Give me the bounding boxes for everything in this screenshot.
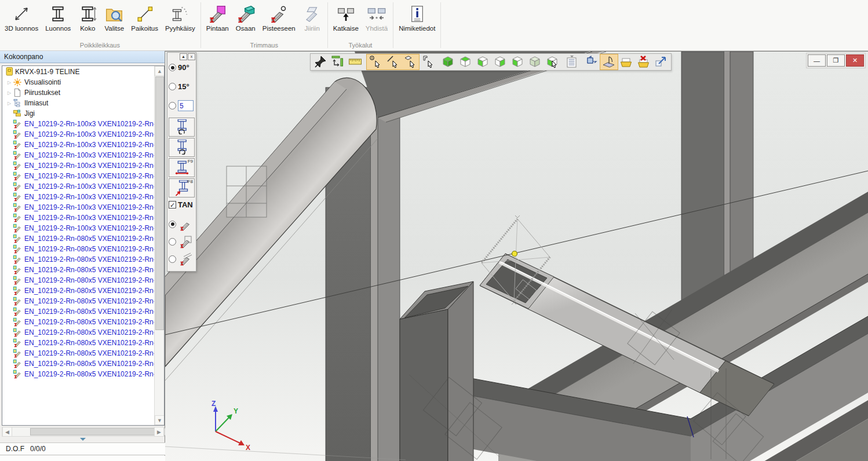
scroll-up-button[interactable]: ▲ xyxy=(155,66,165,76)
tree-part-item[interactable]: EN_10219-2-Rn-080x5 VXEN10219-2-Rn-0 xyxy=(2,358,154,369)
tree-node-jigi[interactable]: Jigi xyxy=(2,108,154,119)
tree-vertical-scrollbar[interactable]: ▲ ▼ xyxy=(154,66,164,425)
tangent-checkbox[interactable]: ✓ xyxy=(169,201,176,208)
tree-part-item[interactable]: EN_10219-2-Rn-080x5 VXEN10219-2-Rn-0 xyxy=(2,296,154,306)
placement-mode-3[interactable] xyxy=(167,250,196,268)
view-toolbar-select-solid-face-icon[interactable] xyxy=(544,54,561,69)
tree-part-item[interactable]: EN_10219-2-Rn-080x5 VXEN10219-2-Rn-0 xyxy=(2,265,154,275)
tree-part-item[interactable]: EN_10219-2-Rn-080x5 VXEN10219-2-Rn-0 xyxy=(2,369,154,379)
view-toolbar-extrude-profile-icon[interactable] xyxy=(583,54,600,69)
palette-flip-beam-button[interactable]: F9 xyxy=(169,158,195,177)
ribbon-button-pintaan[interactable]: Pintaan xyxy=(203,2,232,32)
view-toolbar-measure-ruler-icon[interactable] xyxy=(347,54,364,69)
angle-custom-radio[interactable] xyxy=(169,102,176,109)
open-post-member[interactable] xyxy=(400,281,473,461)
tree-part-item[interactable]: EN_10219-2-Rn-100x3 VXEN10219-2-Rn-1 xyxy=(2,202,154,213)
tree-part-item[interactable]: EN_10219-2-Rn-100x3 VXEN10219-2-Rn-1 xyxy=(2,150,154,160)
vertical-scroll-thumb[interactable] xyxy=(155,76,164,330)
tree-part-item[interactable]: EN_10219-2-Rn-080x5 VXEN10219-2-Rn-0 xyxy=(2,233,154,244)
scroll-right-button[interactable]: ▶ xyxy=(154,427,164,437)
angle-90-radio[interactable] xyxy=(169,64,176,71)
view-toolbar-bin-delete-icon[interactable] xyxy=(635,54,652,69)
tree-horizontal-scrollbar[interactable]: ◀ ▶ xyxy=(2,427,165,437)
tree-root-item[interactable]: KRVX-911-9 TELINE xyxy=(2,67,154,77)
angle-custom-option[interactable] xyxy=(167,98,196,113)
expand-arrow-icon[interactable]: ▷ xyxy=(6,80,13,85)
ribbon-button-osaan[interactable]: Osaan xyxy=(232,2,259,32)
ribbon-button-pisteeseen[interactable]: Pisteeseen xyxy=(259,2,299,32)
palette-rotate-beam-cw-button[interactable] xyxy=(169,138,195,157)
view-toolbar-sketch-plane-icon[interactable] xyxy=(600,54,618,69)
ribbon-button-valitse[interactable]: Valitse xyxy=(101,2,127,32)
scroll-down-button[interactable]: ▼ xyxy=(155,415,165,425)
tree-part-item[interactable]: EN_10219-2-Rn-100x3 VXEN10219-2-Rn-1 xyxy=(2,119,154,129)
angle-15-option[interactable]: 15° xyxy=(167,81,196,93)
view-toolbar-view-right-face-icon[interactable] xyxy=(509,54,526,69)
tree-part-item[interactable]: EN_10219-2-Rn-100x3 VXEN10219-2-Rn-1 xyxy=(2,140,154,150)
tree-part-item[interactable]: EN_10219-2-Rn-100x3 VXEN10219-2-Rn-1 xyxy=(2,181,154,192)
palette-collapse-button[interactable]: ▲ xyxy=(180,53,187,60)
scroll-left-button[interactable]: ◀ xyxy=(2,427,12,437)
view-toolbar-view-front-face-icon[interactable] xyxy=(474,54,491,69)
view-toolbar-select-edge-icon[interactable] xyxy=(384,54,402,69)
placement-mode-radio[interactable] xyxy=(169,255,176,263)
ribbon-button-katkaise[interactable]: Katkaise xyxy=(330,2,362,32)
view-toolbar-select-point-icon[interactable] xyxy=(367,54,384,69)
tree-part-item[interactable]: EN_10219-2-Rn-100x3 VXEN10219-2-Rn-1 xyxy=(2,129,154,140)
expand-arrow-icon[interactable]: ▷ xyxy=(6,101,13,106)
tree-part-item[interactable]: EN_10219-2-Rn-080x5 VXEN10219-2-Rn-0 xyxy=(2,338,154,348)
view-toolbar-bin-open-icon[interactable] xyxy=(618,54,635,69)
ribbon-button-jiiriin[interactable]: Jiiriin xyxy=(299,2,326,32)
placement-mode-radio[interactable] xyxy=(169,238,176,246)
tangent-option[interactable]: ✓ TAN xyxy=(167,199,196,211)
tree-part-item[interactable]: EN_10219-2-Rn-080x5 VXEN10219-2-Rn-0 xyxy=(2,244,154,254)
angle-90-option[interactable]: 90° xyxy=(167,61,196,74)
angle-step-input[interactable] xyxy=(178,100,194,111)
panel-splitter-handle[interactable] xyxy=(80,438,86,441)
placement-mode-radio[interactable] xyxy=(169,221,176,228)
placement-mode-2[interactable] xyxy=(167,233,196,250)
view-toolbar-view-left-face-icon[interactable] xyxy=(491,54,509,69)
ribbon-button-pyyhkäisy[interactable]: Pyyhkäisy xyxy=(162,2,199,32)
sketch-point[interactable] xyxy=(512,251,517,257)
view-toolbar-view-shaded-icon[interactable] xyxy=(526,54,544,69)
placement-mode-1[interactable] xyxy=(167,215,196,233)
expand-arrow-icon[interactable]: ▷ xyxy=(6,90,13,96)
view-toolbar-orient-move-icon[interactable] xyxy=(329,54,347,69)
view-toolbar-export-view-icon[interactable] xyxy=(652,54,670,69)
tree-part-item[interactable]: EN_10219-2-Rn-080x5 VXEN10219-2-Rn-0 xyxy=(2,327,154,338)
tree-part-item[interactable]: EN_10219-2-Rn-080x5 VXEN10219-2-Rn-0 xyxy=(2,254,154,265)
palette-move-beam-button[interactable]: F8 xyxy=(169,178,195,197)
view-toolbar-select-face-icon[interactable] xyxy=(402,54,419,69)
tree-part-item[interactable]: EN_10219-2-Rn-100x3 VXEN10219-2-Rn-1 xyxy=(2,171,154,181)
view-toolbar-pin-icon[interactable] xyxy=(312,54,329,69)
ribbon-button-yhdistä[interactable]: Yhdistä xyxy=(362,2,391,32)
ribbon-button-nimiketiedot[interactable]: Nimiketiedot xyxy=(395,2,439,32)
tree-node-piirustukset[interactable]: ▷Piirustukset xyxy=(2,87,154,98)
viewport-3d-scene[interactable]: Z Y X xyxy=(165,52,868,461)
ribbon-button-paikoitus[interactable]: Paikoitus xyxy=(127,2,162,32)
view-toolbar-view-solid-icon[interactable] xyxy=(439,54,457,69)
tree-part-item[interactable]: EN_10219-2-Rn-100x3 VXEN10219-2-Rn-1 xyxy=(2,223,154,233)
ribbon-button-koko[interactable]: Koko xyxy=(74,2,101,32)
minimize-button[interactable]: — xyxy=(808,54,826,67)
view-toolbar-list-props-icon[interactable] xyxy=(563,54,581,69)
tree-part-item[interactable]: EN_10219-2-Rn-080x5 VXEN10219-2-Rn-0 xyxy=(2,306,154,317)
restore-button[interactable]: ❐ xyxy=(827,54,845,67)
ribbon-button-luonnos[interactable]: Luonnos xyxy=(42,2,74,32)
view-toolbar-select-feature-icon[interactable] xyxy=(420,54,437,69)
tree-part-item[interactable]: EN_10219-2-Rn-100x3 VXEN10219-2-Rn-1 xyxy=(2,160,154,171)
tree-node-ilmiasut[interactable]: ▷Ilmiasut xyxy=(2,98,154,108)
view-toolbar-view-top-face-icon[interactable] xyxy=(457,54,474,69)
ribbon-button-3d-luonnos[interactable]: 3D luonnos xyxy=(1,2,42,32)
palette-close-button[interactable]: x xyxy=(188,53,195,60)
tree-part-item[interactable]: EN_10219-2-Rn-100x3 VXEN10219-2-Rn-1 xyxy=(2,192,154,202)
tree-part-item[interactable]: EN_10219-2-Rn-080x5 VXEN10219-2-Rn-0 xyxy=(2,286,154,296)
tree-node-visualisointi[interactable]: ▷Visualisointi xyxy=(2,77,154,87)
model-viewport[interactable]: Z Y X ▲ x 90° 15° F9F8 xyxy=(165,51,868,461)
palette-rotate-beam-ccw-button[interactable] xyxy=(169,118,195,137)
tree-part-item[interactable]: EN_10219-2-Rn-080x5 VXEN10219-2-Rn-0 xyxy=(2,275,154,286)
angle-15-radio[interactable] xyxy=(169,83,176,90)
close-button[interactable]: ✕ xyxy=(846,54,864,67)
tree-part-item[interactable]: EN_10219-2-Rn-080x5 VXEN10219-2-Rn-0 xyxy=(2,348,154,358)
